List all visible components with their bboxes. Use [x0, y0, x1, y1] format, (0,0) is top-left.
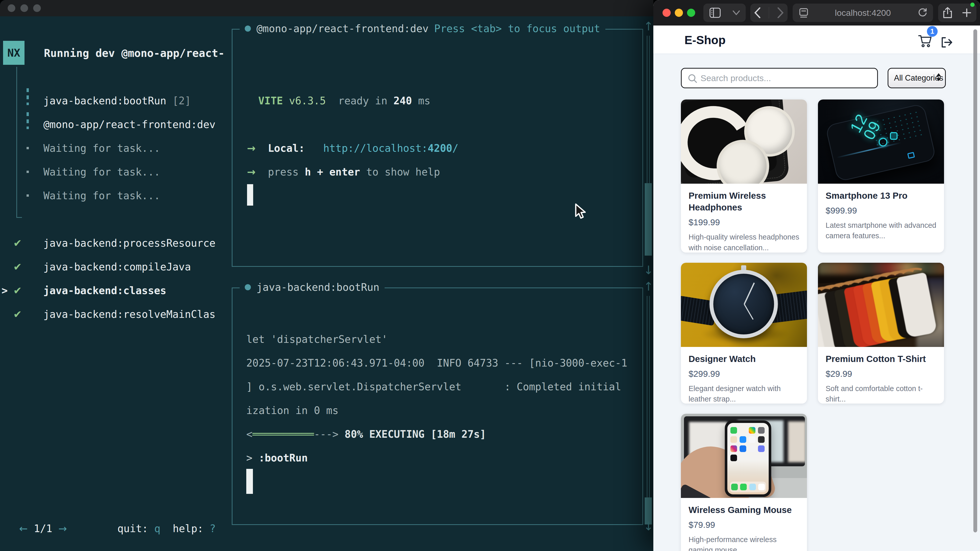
- scroll-down-arrow[interactable]: ↓: [644, 519, 653, 533]
- backend-pane-header: java-backend:bootRun: [240, 282, 385, 292]
- search-box: [681, 68, 878, 88]
- product-price: $999.99: [826, 206, 936, 216]
- check-icon: ✔: [13, 262, 22, 272]
- product-name: Premium Cotton T-Shirt: [826, 353, 936, 365]
- terminal-cursor: [247, 184, 253, 206]
- task-row-bootrun[interactable]: java-backend:bootRun [2]: [43, 96, 191, 106]
- nx-logo: NX: [3, 41, 24, 65]
- product-card-headphones[interactable]: Premium Wireless Headphones $199.99 High…: [681, 100, 807, 252]
- check-icon: ✔: [13, 286, 22, 295]
- category-select-value: All Categories: [894, 73, 943, 83]
- product-card-smartphone[interactable]: 1209 Smartphone 13 Pro $999.99 Latest sm…: [818, 100, 944, 252]
- refresh-icon[interactable]: [918, 8, 928, 18]
- minimize-button[interactable]: [21, 4, 28, 12]
- log-line: 2025-07-23T12:06:43.971-04:00 INFO 64733…: [246, 358, 627, 368]
- scroll-up-arrow[interactable]: ↑: [644, 19, 653, 33]
- terminal-window: NX Running dev @mono-app/react- java-bac…: [0, 0, 653, 551]
- search-icon: [688, 74, 697, 83]
- task-row-resolve-main-class[interactable]: java-backend:resolveMainClas: [43, 309, 215, 319]
- product-price: $79.99: [689, 520, 799, 530]
- cart-icon[interactable]: [918, 34, 932, 48]
- product-card-mouse[interactable]: Wireless Gaming Mouse $79.99 High-perfor…: [681, 414, 807, 551]
- product-description: Elegant designer watch with leather stra…: [689, 383, 799, 403]
- product-card-tshirt[interactable]: Premium Cotton T-Shirt $29.99 Soft and c…: [818, 263, 944, 403]
- product-price: $29.99: [826, 369, 936, 379]
- product-description: High-performance wireless gaming mouse..…: [689, 534, 799, 551]
- scroll-up-arrow[interactable]: ↑: [644, 279, 653, 293]
- product-card-watch[interactable]: Designer Watch $299.99 Elegant designer …: [681, 263, 807, 403]
- task-row-classes-selected[interactable]: java-backend:classes: [43, 286, 166, 295]
- scrollbar-thumb[interactable]: [645, 183, 652, 256]
- zoom-button[interactable]: [687, 9, 695, 17]
- close-button[interactable]: [8, 4, 15, 12]
- scrollbar-track[interactable]: [647, 296, 650, 497]
- forward-icon[interactable]: [777, 7, 784, 18]
- gradle-prompt-line: > :bootRun: [246, 453, 308, 463]
- url-text[interactable]: localhost:4200: [835, 8, 891, 18]
- pagination[interactable]: ← 1/1 →: [19, 524, 67, 534]
- zoom-button[interactable]: [33, 4, 41, 12]
- log-line: ] o.s.web.servlet.DispatcherServlet : Co…: [246, 382, 621, 392]
- task-row-compile-java[interactable]: java-backend:compileJava: [43, 262, 191, 272]
- category-select[interactable]: All Categories: [888, 68, 946, 88]
- task-spinner-icon: [27, 88, 29, 105]
- minimize-button[interactable]: [675, 9, 683, 17]
- task-row-frontend-dev[interactable]: @mono-app/react-frontend:dev: [43, 119, 215, 130]
- terminal-titlebar[interactable]: [0, 0, 653, 16]
- divider: [769, 7, 769, 18]
- scrollbar-track[interactable]: [647, 36, 650, 183]
- headphones-image: [681, 100, 807, 184]
- product-name: Wireless Gaming Mouse: [689, 504, 799, 516]
- back-icon[interactable]: [754, 7, 761, 18]
- reader-icon[interactable]: [799, 8, 808, 18]
- task-row-waiting: Waiting for task...: [43, 143, 160, 153]
- product-price: $299.99: [689, 369, 799, 379]
- waiting-dot-icon: [27, 147, 29, 149]
- select-stepper-icon: [936, 73, 941, 81]
- task-tree-guide: [16, 67, 22, 218]
- check-icon: ✔: [13, 309, 22, 319]
- task-spinner-icon: [27, 112, 29, 129]
- new-tab-icon[interactable]: [962, 8, 972, 17]
- vite-help-line: → press h + enter to show help: [247, 167, 440, 177]
- screen-indicator-dot: [970, 3, 975, 7]
- share-icon[interactable]: [943, 7, 952, 18]
- chevron-down-icon[interactable]: [733, 11, 740, 15]
- search-input[interactable]: [700, 68, 874, 87]
- frontend-pane-header: @mono-app/react-frontend:dev Press <tab>…: [240, 24, 605, 34]
- terminal-cursor: [246, 469, 253, 494]
- browser-scrollbar-thumb[interactable]: [974, 29, 977, 532]
- watch-image: [681, 263, 807, 347]
- cart-badge: 1: [927, 26, 938, 37]
- shop-header: E-Shop 1: [653, 25, 980, 54]
- close-button[interactable]: [662, 9, 671, 17]
- product-name: Designer Watch: [689, 353, 799, 365]
- waiting-dot-icon: [27, 194, 29, 197]
- task-row-waiting: Waiting for task...: [43, 191, 160, 201]
- scroll-down-arrow[interactable]: ↓: [644, 263, 653, 277]
- shop-title: E-Shop: [684, 33, 725, 47]
- running-dot-icon: [245, 284, 251, 290]
- footer-key-hints: quit: q help: ?: [118, 524, 216, 534]
- logout-icon[interactable]: [941, 36, 953, 48]
- product-name: Smartphone 13 Pro: [826, 190, 936, 202]
- mouse-cursor: [574, 203, 589, 220]
- tshirt-rack-image: [818, 263, 944, 347]
- url-bar[interactable]: localhost:4200: [793, 3, 933, 22]
- product-description: Latest smartphone with advanced camera f…: [826, 220, 936, 241]
- task-row-process-resource[interactable]: java-backend:processResource: [43, 238, 215, 248]
- product-description: Soft and comfortable cotton t-shirt...: [826, 383, 936, 403]
- running-dot-icon: [245, 25, 251, 32]
- product-name: Premium Wireless Headphones: [689, 190, 799, 213]
- safari-window: localhost:4200 E-Shop 1 All Categories: [653, 0, 980, 551]
- task-row-waiting: Waiting for task...: [43, 167, 160, 177]
- selected-task-chevron-icon: >: [2, 286, 8, 295]
- product-description: High-quality wireless headphones with no…: [689, 232, 799, 252]
- shop-content: All Categories Premium Wireless Headphon…: [653, 54, 980, 551]
- sidebar-icon[interactable]: [710, 8, 721, 18]
- browser-titlebar[interactable]: localhost:4200: [653, 0, 980, 25]
- nav-buttons: [750, 3, 788, 22]
- vite-local-url-line[interactable]: → Local: http://localhost:4200/: [247, 143, 458, 153]
- log-line: let 'dispatcherServlet': [246, 334, 388, 345]
- log-line: ization in 0 ms: [246, 405, 339, 416]
